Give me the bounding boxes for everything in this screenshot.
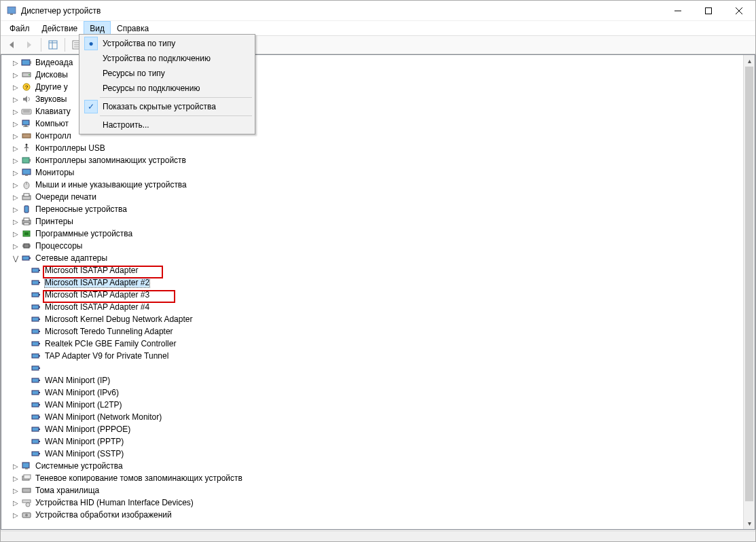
expand-icon[interactable]: ▷ [11, 94, 20, 104]
adapter-wan-ipv6[interactable]: WAN Miniport (IPv6) [1, 386, 743, 399]
category-printers[interactable]: ▷Принтеры [1, 215, 743, 228]
print-queue-icon [20, 192, 33, 202]
svg-rect-69 [39, 392, 40, 393]
minimize-button[interactable] [662, 1, 693, 20]
category-imaging[interactable]: ▷Устройства обработки изображений [1, 509, 743, 521]
svg-rect-55 [39, 306, 40, 308]
expand-icon[interactable]: ▷ [11, 510, 20, 520]
view-resources-by-connection[interactable]: Ресурсы по подключению [81, 81, 253, 96]
view-show-hidden[interactable]: ✓ Показать скрытые устройства [81, 99, 253, 114]
menu-separator [100, 115, 252, 116]
expand-icon[interactable]: ▷ [11, 217, 20, 226]
svg-rect-65 [39, 367, 40, 369]
expand-icon[interactable]: ▷ [11, 486, 20, 495]
adapter-isatap-4[interactable]: Microsoft ISATAP Adapter #4 [1, 301, 743, 313]
svg-rect-27 [22, 158, 29, 163]
adapter-wan-netmon[interactable]: WAN Miniport (Network Monitor) [1, 411, 743, 423]
category-network[interactable]: ⋁Сетевые адаптеры [1, 252, 743, 264]
category-mouse[interactable]: ▷Мыши и иные указывающие устройства [1, 179, 743, 191]
category-usb[interactable]: ▷Контроллеры USB [1, 142, 743, 154]
adapter-isatap-1[interactable]: Microsoft ISATAP Adapter [1, 264, 743, 276]
menu-help[interactable]: Справка [111, 21, 155, 35]
category-processors[interactable]: ▷Процессоры [1, 240, 743, 252]
expand-icon[interactable]: ▷ [11, 119, 20, 128]
menu-view[interactable]: Вид [84, 21, 111, 35]
imaging-icon [20, 509, 33, 520]
maximize-button[interactable] [693, 1, 723, 20]
network-adapter-icon [30, 302, 42, 312]
expand-icon[interactable]: ▷ [11, 143, 20, 153]
view-resources-by-type[interactable]: Ресурсы по типу [81, 66, 253, 81]
svg-rect-48 [32, 268, 39, 272]
adapter-wan-sstp[interactable]: WAN Miniport (SSTP) [1, 448, 743, 460]
network-adapter-icon [30, 265, 42, 276]
adapter-kernel-debug[interactable]: Microsoft Kernel Debug Network Adapter [1, 313, 743, 325]
view-devices-by-type[interactable]: ● Устройства по типу [81, 36, 253, 51]
adapter-wan-pppoe[interactable]: WAN Miniport (PPPOE) [1, 423, 743, 435]
expand-icon[interactable]: ▷ [11, 498, 20, 507]
category-portable[interactable]: ▷Переносные устройства [1, 203, 743, 215]
category-system[interactable]: ▷Системные устройства [1, 460, 743, 472]
expand-icon[interactable]: ▷ [11, 461, 20, 471]
expand-icon[interactable]: ▷ [11, 58, 20, 67]
adapter-tap[interactable]: TAP Adapter V9 for Private Tunnel [1, 350, 743, 362]
adapter-wan-ip[interactable]: WAN Miniport (IP) [1, 374, 743, 386]
adapter-realtek[interactable]: Realtek PCIe GBE Family Controller [1, 338, 743, 350]
scroll-down-icon[interactable]: ▾ [744, 518, 755, 529]
network-adapter-icon [30, 375, 42, 386]
adapter-isatap-3[interactable]: Microsoft ISATAP Adapter #3 [1, 289, 743, 301]
scroll-up-icon[interactable]: ▴ [744, 55, 755, 67]
expand-icon[interactable]: ▷ [11, 241, 20, 251]
svg-rect-62 [32, 354, 39, 358]
network-adapter-icon [30, 363, 42, 374]
expand-icon[interactable]: ▷ [11, 156, 20, 165]
expand-icon[interactable]: ▷ [11, 82, 20, 92]
expand-icon[interactable]: ▷ [11, 192, 20, 202]
svg-rect-63 [39, 355, 40, 357]
expand-icon[interactable]: ▷ [11, 180, 20, 189]
category-print-queues[interactable]: ▷Очереди печати [1, 191, 743, 203]
expand-icon[interactable]: ▷ [11, 473, 20, 483]
category-storage-controllers[interactable]: ▷Контроллеры запоминающих устройств [1, 154, 743, 166]
vertical-scrollbar[interactable]: ▴ ▾ [743, 55, 755, 529]
svg-rect-57 [39, 319, 40, 320]
view-devices-by-connection[interactable]: Устройства по подключению [81, 51, 253, 66]
menu-file[interactable]: Файл [3, 21, 36, 35]
category-volumes[interactable]: ▷Тома хранилища [1, 484, 743, 496]
svg-rect-78 [32, 452, 39, 456]
adapter-wan-pptp[interactable]: WAN Miniport (PPTP) [1, 435, 743, 448]
network-adapter-icon [30, 350, 42, 361]
svg-rect-74 [32, 427, 39, 431]
svg-rect-38 [24, 223, 29, 225]
collapse-icon[interactable]: ⋁ [11, 253, 20, 263]
show-hide-tree-button[interactable] [45, 37, 61, 52]
expand-icon[interactable]: ▷ [11, 168, 20, 177]
category-monitors[interactable]: ▷Мониторы [1, 166, 743, 179]
expand-icon[interactable]: ▷ [11, 107, 20, 116]
network-adapter-icon [30, 387, 42, 398]
forward-button[interactable] [21, 37, 37, 52]
expand-icon[interactable]: ▷ [11, 204, 20, 214]
category-hid[interactable]: ▷Устройства HID (Human Interface Devices… [1, 496, 743, 509]
expand-icon[interactable]: ▷ [11, 131, 20, 141]
statusbar [1, 530, 755, 541]
adapter-wan-l2tp[interactable]: WAN Miniport (L2TP) [1, 399, 743, 411]
svg-rect-30 [25, 175, 28, 176]
adapter-wan-ikev2[interactable] [1, 362, 743, 374]
network-adapter-icon [30, 436, 42, 447]
app-icon [6, 5, 17, 16]
back-button[interactable] [3, 37, 20, 52]
category-software[interactable]: ▷Программные устройства [1, 228, 743, 240]
menu-action[interactable]: Действие [36, 21, 84, 35]
close-button[interactable] [723, 1, 754, 20]
svg-rect-71 [39, 404, 40, 405]
scrollbar-thumb[interactable] [745, 67, 753, 501]
expand-icon[interactable]: ▷ [11, 70, 20, 79]
monitor-icon [20, 167, 33, 178]
category-shadow-copy[interactable]: ▷Теневое копирование томов запоминающих … [1, 472, 743, 484]
adapter-teredo[interactable]: Microsoft Teredo Tunneling Adapter [1, 325, 743, 338]
svg-rect-25 [22, 134, 31, 138]
view-customize[interactable]: Настроить... [81, 118, 253, 132]
adapter-isatap-2[interactable]: Microsoft ISATAP Adapter #2 [1, 276, 743, 289]
expand-icon[interactable]: ▷ [11, 229, 20, 238]
